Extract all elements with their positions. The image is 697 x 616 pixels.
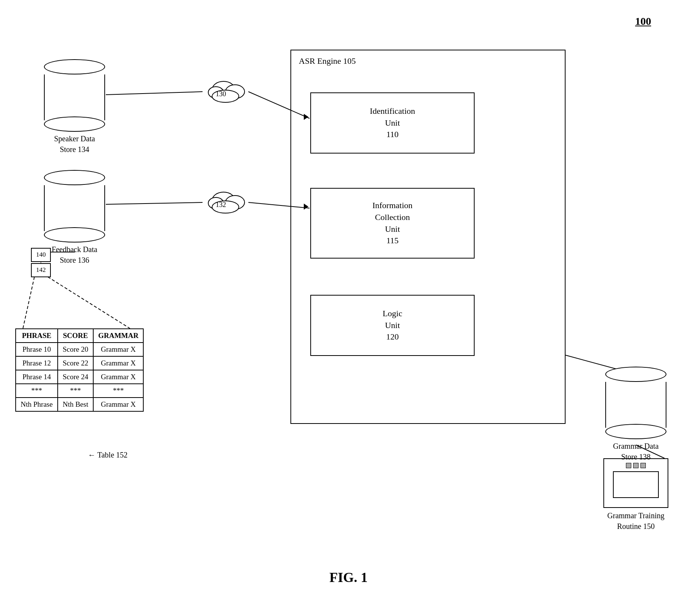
table-row-stars: *** *** ***	[16, 384, 143, 398]
svg-text:130: 130	[216, 90, 226, 98]
svg-point-1	[225, 85, 245, 99]
svg-point-6	[225, 196, 245, 209]
feedback-datastore: Feedback DataStore 136	[44, 170, 105, 265]
info-collection-unit-label: InformationCollectionUnit115	[372, 200, 412, 247]
svg-line-10	[106, 92, 203, 95]
page-number: 100	[635, 15, 651, 27]
info-collection-unit-box: InformationCollectionUnit115	[310, 188, 475, 259]
svg-text:132: 132	[216, 201, 226, 209]
grammar-training-label: Grammar TrainingRoutine 150	[603, 510, 668, 532]
table-label: ← Table 152	[88, 451, 128, 459]
speaker-datastore-label: Speaker DataStore 134	[54, 133, 95, 155]
table-header-grammar: GRAMMAR	[93, 329, 144, 343]
table-row: Phrase 12 Score 22 Grammar X	[16, 356, 143, 370]
svg-point-0	[212, 81, 235, 98]
svg-line-21	[48, 277, 130, 328]
data-table: PHRASE SCORE GRAMMAR Phrase 10 Score 20 …	[15, 328, 144, 412]
svg-point-3	[212, 90, 239, 102]
svg-rect-16	[31, 264, 50, 277]
table-header-phrase: PHRASE	[16, 329, 58, 343]
svg-point-5	[212, 192, 235, 209]
svg-point-7	[208, 197, 224, 209]
table-row: Phrase 10 Score 20 Grammar X	[16, 343, 143, 356]
table-row-nth: Nth Phrase Nth Best Grammar X	[16, 398, 143, 411]
feedback-datastore-label: Feedback DataStore 136	[52, 244, 97, 265]
grammar-datastore: Grammar DataStore 138	[605, 367, 666, 462]
asr-engine-box: ASR Engine 105 IdentificationUnit110 Inf…	[290, 50, 566, 424]
svg-point-8	[212, 201, 239, 213]
speaker-datastore: Speaker DataStore 134	[44, 59, 105, 155]
table-header-score: SCORE	[58, 329, 93, 343]
figure-label: FIG. 1	[329, 569, 368, 585]
svg-text:142: 142	[36, 266, 46, 273]
asr-engine-label: ASR Engine 105	[299, 56, 356, 66]
identification-unit-box: IdentificationUnit110	[310, 92, 475, 154]
grammar-training-device: Grammar TrainingRoutine 150	[603, 458, 668, 532]
svg-line-12	[106, 202, 203, 204]
logic-unit-label: LogicUnit120	[383, 308, 402, 343]
cloud-132: 132	[208, 192, 245, 213]
cloud-130: 130	[208, 81, 245, 102]
table-row: Phrase 14 Score 24 Grammar X	[16, 370, 143, 384]
identification-unit-label: IdentificationUnit110	[370, 105, 415, 141]
svg-line-20	[23, 277, 34, 328]
logic-unit-box: LogicUnit120	[310, 295, 475, 356]
svg-point-2	[208, 87, 224, 98]
